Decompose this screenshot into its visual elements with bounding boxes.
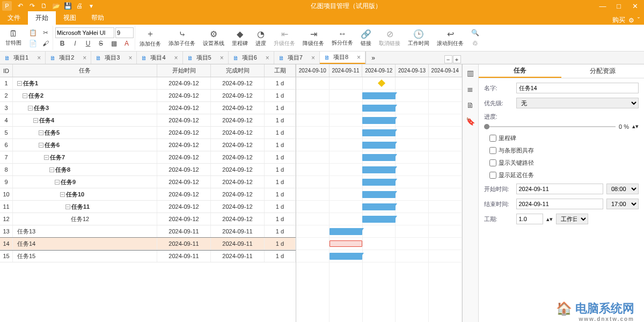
expand-icon[interactable]: − [33, 118, 38, 123]
highlight-icon[interactable]: ▩ [108, 38, 120, 49]
gantt-bar[interactable] [362, 117, 396, 124]
progress-button[interactable]: ◔进度 [252, 28, 269, 48]
table-row[interactable]: 10−任务102024-09-122024-09-121 d [0, 188, 296, 201]
gantt-row[interactable] [296, 176, 462, 188]
close-tab-icon[interactable]: × [357, 54, 361, 61]
doc-tab[interactable]: 🗎项目7× [274, 52, 320, 64]
split-button[interactable]: ↔拆分任务 [328, 28, 356, 48]
close-tab-icon[interactable]: × [83, 54, 86, 62]
expand-icon[interactable]: − [60, 192, 65, 197]
settings-icon[interactable]: ⚙ [628, 17, 634, 24]
table-row[interactable]: 7−任务72024-09-122024-09-121 d [0, 151, 296, 164]
zoom-in-icon[interactable]: + [453, 55, 461, 63]
dur-unit-select[interactable]: 工作日 [556, 214, 588, 224]
paste-icon[interactable]: 📋 [27, 27, 39, 38]
panel-tasks-icon[interactable]: ▥ [465, 68, 475, 78]
gantt-row[interactable] [296, 151, 462, 164]
gantt-row[interactable] [296, 139, 462, 151]
copy-icon[interactable]: 📄 [27, 38, 39, 49]
table-row[interactable]: 15任务152024-09-112024-09-111 d [0, 250, 296, 262]
gantt-row[interactable] [296, 90, 462, 102]
doc-tab[interactable]: 🗎项目8× [320, 52, 365, 64]
panel-doc-icon[interactable]: 🗎 [465, 100, 475, 111]
doc-tab[interactable]: 🗎项目5× [183, 52, 229, 64]
scrollto-button[interactable]: ↩滚动到任务 [434, 28, 467, 48]
expand-icon[interactable]: − [55, 180, 60, 185]
expand-icon[interactable]: − [44, 155, 49, 160]
gantt-bar[interactable] [362, 166, 396, 173]
zoom-out-icon[interactable]: − [444, 55, 452, 63]
bold-icon[interactable]: B [56, 38, 68, 49]
maximize-icon[interactable]: □ [612, 1, 626, 11]
demote-button[interactable]: ⇥降级任务 [299, 28, 327, 48]
baseline-button[interactable]: ⚙设置基线 [200, 28, 228, 48]
barshape-checkbox[interactable] [489, 147, 496, 154]
underline-icon[interactable]: U [82, 38, 94, 49]
table-row[interactable]: 2−任务22024-09-122024-09-121 d [0, 90, 296, 102]
close-tab-icon[interactable]: × [37, 54, 41, 62]
gantt-row[interactable] [296, 250, 462, 262]
gantt-bar[interactable] [330, 228, 363, 235]
table-row[interactable]: 8−任务82024-09-122024-09-121 d [0, 164, 296, 176]
gantt-bar[interactable] [362, 154, 396, 161]
link-button[interactable]: 🔗链接 [357, 28, 375, 48]
table-row[interactable]: 6−任务62024-09-122024-09-121 d [0, 139, 296, 151]
name-input[interactable] [516, 83, 639, 93]
col-task-header[interactable]: 任务 [13, 64, 157, 77]
find-icon[interactable]: 🔍 [469, 27, 481, 38]
close-tab-icon[interactable]: × [128, 54, 132, 62]
close-tab-icon[interactable]: × [220, 54, 224, 62]
milestone-button[interactable]: ◆里程碑 [229, 28, 251, 48]
table-row[interactable]: 5−任务52024-09-122024-09-121 d [0, 127, 296, 139]
gantt-row[interactable] [296, 114, 462, 127]
dur-stepper-icon[interactable]: ▴▾ [546, 216, 553, 223]
table-row[interactable]: 11−任务112024-09-122024-09-121 d [0, 201, 296, 213]
tabstrip-expand-icon[interactable]: » [365, 52, 380, 64]
add-subtask-button[interactable]: ⤷添加子任务 [165, 28, 199, 48]
doc-tab[interactable]: 🗎项目4× [137, 52, 182, 64]
italic-icon[interactable]: I [69, 38, 81, 49]
expand-icon[interactable]: − [23, 93, 27, 98]
close-tab-icon[interactable]: × [266, 54, 269, 62]
close-tab-icon[interactable]: × [174, 54, 178, 62]
gantt-row[interactable] [296, 127, 462, 139]
priority-select[interactable]: 无 [516, 98, 639, 108]
doc-tab[interactable]: 🗎项目2× [46, 52, 91, 64]
progress-slider[interactable] [484, 126, 616, 127]
expand-icon[interactable]: − [49, 167, 54, 172]
delay-checkbox[interactable] [489, 172, 496, 179]
close-icon[interactable]: ✕ [628, 1, 642, 11]
gantt-row[interactable] [296, 213, 462, 225]
menu-start[interactable]: 开始 [28, 11, 56, 25]
doc-tab[interactable]: 🗎项目3× [91, 52, 137, 64]
gantt-bar[interactable] [362, 179, 396, 186]
buy-link[interactable]: 购买 [612, 16, 625, 25]
gantt-bar[interactable] [362, 105, 396, 112]
close-tab-icon[interactable]: × [311, 54, 315, 62]
new-icon[interactable]: 🗋 [39, 1, 49, 11]
end-time-select[interactable]: 17:00 [606, 199, 639, 209]
gantt-row[interactable] [296, 102, 462, 114]
gantt-row[interactable] [296, 225, 462, 238]
col-id-header[interactable]: ID [0, 64, 13, 77]
gantt-bar[interactable] [330, 253, 363, 260]
col-start-header[interactable]: 开始时间 [157, 64, 211, 77]
col-dur-header[interactable]: 工期 [265, 64, 296, 77]
menu-help[interactable]: 帮助 [84, 11, 112, 25]
redo-icon[interactable]: ↷ [27, 1, 38, 11]
table-row[interactable]: 4−任务42024-09-122024-09-121 d [0, 114, 296, 127]
gantt-bar[interactable] [362, 129, 396, 136]
minimize-icon[interactable]: — [596, 1, 610, 11]
expand-icon[interactable]: − [17, 81, 22, 86]
undo-icon[interactable]: ↶ [15, 1, 26, 11]
expand-icon[interactable]: − [39, 130, 43, 135]
panel-tab-task[interactable]: 任务 [479, 64, 561, 78]
save-icon[interactable]: 💾 [62, 1, 73, 11]
start-time-select[interactable]: 08:00 [606, 184, 639, 194]
add-task-button[interactable]: ＋添加任务 [136, 27, 164, 49]
unlink-button[interactable]: ⊘取消链接 [376, 28, 404, 48]
open-icon[interactable]: 📂 [50, 1, 61, 11]
critical-checkbox[interactable] [489, 159, 496, 166]
expand-icon[interactable]: − [28, 106, 33, 111]
menu-view[interactable]: 视图 [56, 11, 84, 25]
